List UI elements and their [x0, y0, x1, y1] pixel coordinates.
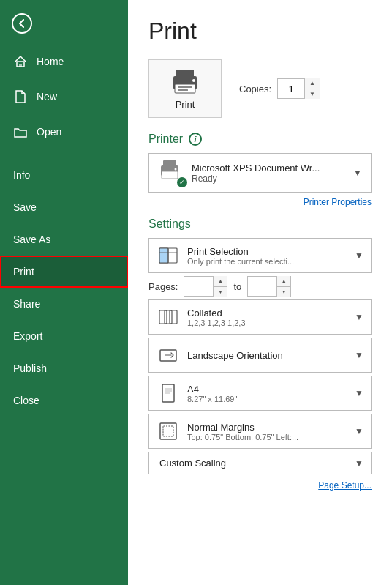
print-top-area: Print Copies: ▲ ▼: [148, 59, 372, 118]
home-icon: [13, 54, 28, 69]
sidebar-item-save[interactable]: Save: [0, 191, 128, 223]
setting-paper-size[interactable]: A4 8.27" x 11.69" ▼: [148, 376, 372, 411]
print-button-label: Print: [176, 99, 195, 110]
setting-paper-size-name: A4: [187, 384, 347, 395]
sidebar-item-print-label: Print: [13, 266, 34, 277]
sidebar-item-save-as[interactable]: Save As: [0, 223, 128, 256]
setting-scaling-text: Custom Scaling: [157, 458, 347, 469]
copies-input[interactable]: [278, 79, 304, 98]
copies-up-button[interactable]: ▲: [305, 78, 320, 89]
sidebar-item-print[interactable]: Print: [0, 256, 128, 288]
sidebar-item-home-label: Home: [37, 56, 64, 67]
copies-label: Copies:: [239, 83, 271, 94]
sidebar: Home New Open Info: [0, 0, 128, 585]
page-title: Print: [148, 18, 372, 45]
pages-to-label: to: [233, 281, 241, 292]
pages-from-spinner: ▲ ▼: [213, 276, 227, 297]
collated-dropdown-arrow: ▼: [355, 312, 363, 322]
printer-ready-check: ✓: [177, 177, 187, 187]
pages-to-input-wrapper: ▲ ▼: [247, 276, 291, 297]
svg-rect-18: [170, 310, 177, 324]
copies-spinner: ▲ ▼: [277, 78, 320, 99]
sidebar-item-export-label: Export: [13, 330, 42, 342]
landscape-icon: [157, 343, 180, 367]
orientation-dropdown-arrow: ▼: [355, 350, 363, 360]
paper-size-dropdown-arrow: ▼: [355, 388, 363, 398]
printer-dropdown-arrow: ▼: [353, 168, 362, 178]
svg-rect-25: [163, 426, 173, 436]
collated-icon: [157, 305, 180, 329]
svg-rect-6: [178, 89, 188, 91]
setting-margins-desc: Top: 0.75" Bottom: 0.75" Left:...: [187, 433, 347, 441]
setting-print-selection-text: Print Selection Only print the current s…: [187, 246, 347, 266]
sidebar-item-open-label: Open: [37, 126, 61, 138]
printer-name: Microsoft XPS Document Wr...: [192, 163, 346, 174]
sidebar-item-close[interactable]: Close: [0, 384, 128, 417]
sidebar-item-open[interactable]: Open: [0, 114, 128, 149]
printer-info-icon[interactable]: i: [189, 133, 202, 146]
printer-large-icon: [169, 68, 201, 94]
printer-icon-area: ✓: [158, 160, 184, 186]
sidebar-item-publish[interactable]: Publish: [0, 352, 128, 384]
setting-print-selection[interactable]: Print Selection Only print the current s…: [148, 238, 372, 273]
setting-scaling[interactable]: Custom Scaling ▼: [148, 452, 372, 474]
pages-to-input[interactable]: [248, 277, 276, 296]
printer-section-header: Printer i: [148, 133, 372, 146]
pages-label: Pages:: [148, 281, 178, 292]
printer-selector[interactable]: ✓ Microsoft XPS Document Wr... Ready ▼: [148, 153, 372, 193]
scaling-dropdown-arrow: ▼: [355, 458, 363, 469]
sidebar-item-export[interactable]: Export: [0, 320, 128, 352]
pages-from-input[interactable]: [184, 277, 213, 296]
print-button[interactable]: Print: [148, 59, 222, 118]
svg-rect-4: [175, 84, 195, 93]
sidebar-item-info[interactable]: Info: [0, 159, 128, 191]
setting-collated[interactable]: Collated 1,2,3 1,2,3 1,2,3 ▼: [148, 299, 372, 335]
setting-collated-text: Collated 1,2,3 1,2,3 1,2,3: [187, 308, 347, 327]
pages-to-down-button[interactable]: ▼: [277, 287, 290, 297]
setting-margins-text: Normal Margins Top: 0.75" Bottom: 0.75" …: [187, 422, 347, 441]
setting-orientation[interactable]: Landscape Orientation ▼: [148, 338, 372, 373]
sidebar-item-info-label: Info: [13, 169, 30, 181]
printer-properties-link[interactable]: Printer Properties: [148, 197, 372, 207]
print-selection-dropdown-arrow: ▼: [355, 250, 363, 261]
pages-to-up-button[interactable]: ▲: [277, 276, 290, 287]
sidebar-item-share-label: Share: [13, 298, 40, 310]
settings-section-header: Settings: [148, 217, 372, 231]
sidebar-nav: Home New Open Info: [0, 44, 128, 585]
back-button[interactable]: [0, 0, 128, 44]
sidebar-item-new-label: New: [37, 91, 57, 103]
svg-rect-24: [160, 423, 176, 439]
svg-rect-10: [162, 171, 178, 179]
svg-point-11: [175, 168, 177, 171]
sidebar-item-close-label: Close: [13, 395, 39, 406]
sidebar-item-save-label: Save: [13, 201, 37, 213]
margins-dropdown-arrow: ▼: [355, 426, 363, 436]
printer-header-label: Printer: [148, 133, 183, 146]
setting-orientation-name: Landscape Orientation: [187, 350, 347, 361]
setting-scaling-name: Custom Scaling: [159, 458, 347, 469]
svg-rect-13: [159, 248, 168, 263]
sidebar-item-home[interactable]: Home: [0, 44, 128, 79]
nav-divider-1: [0, 154, 128, 154]
page-setup-link[interactable]: Page Setup...: [148, 480, 372, 491]
setting-paper-size-text: A4 8.27" x 11.69": [187, 384, 347, 403]
pages-from-down-button[interactable]: ▼: [214, 287, 227, 297]
setting-margins-name: Normal Margins: [187, 422, 347, 433]
main-content: Print Print Copies: ▲ ▼: [128, 0, 392, 585]
copies-down-button[interactable]: ▼: [305, 89, 320, 100]
setting-orientation-text: Landscape Orientation: [187, 350, 347, 361]
setting-collated-desc: 1,2,3 1,2,3 1,2,3: [187, 318, 347, 327]
printer-status: Ready: [192, 174, 346, 184]
settings-header-label: Settings: [148, 217, 191, 231]
copies-area: Copies: ▲ ▼: [239, 78, 320, 99]
svg-rect-3: [176, 70, 194, 78]
setting-margins[interactable]: Normal Margins Top: 0.75" Bottom: 0.75" …: [148, 414, 372, 449]
svg-rect-9: [163, 160, 176, 167]
sidebar-item-new[interactable]: New: [0, 79, 128, 114]
sidebar-item-share[interactable]: Share: [0, 288, 128, 320]
svg-point-7: [192, 79, 195, 82]
sidebar-item-publish-label: Publish: [13, 362, 47, 374]
svg-rect-17: [165, 310, 172, 324]
printer-small-icon: [158, 160, 181, 180]
pages-from-up-button[interactable]: ▲: [214, 276, 227, 287]
